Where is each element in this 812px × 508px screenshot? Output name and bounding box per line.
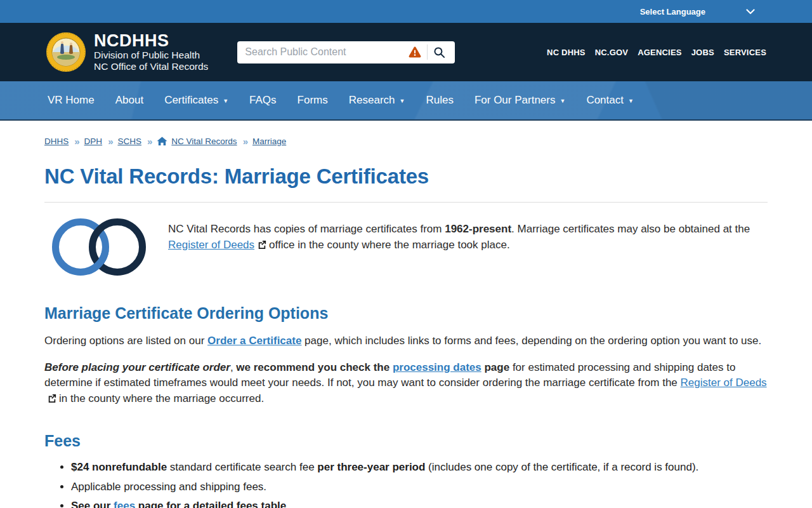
page-title: NC Vital Records: Marriage Certificates [44, 164, 768, 189]
text-segment: Applicable processing and shipping fees. [71, 481, 266, 493]
text-segment: (includes one copy of the certificate, i… [425, 461, 698, 473]
fees-heading: Fees [44, 432, 768, 450]
ordering-options-heading: Marriage Certificate Ordering Options [44, 304, 768, 323]
text-segment: standard certificate search fee [167, 461, 317, 473]
link-nc-dhhs[interactable]: NC DHHS [547, 48, 586, 57]
text-link[interactable]: processing dates [393, 361, 481, 373]
search-box [237, 41, 455, 64]
agency-name: NCDHHS [94, 32, 208, 50]
text-segment: , [230, 361, 236, 373]
intro-section: NC Vital Records has copies of marriage … [44, 217, 768, 277]
nav-vr-home[interactable]: VR Home [48, 94, 95, 107]
breadcrumb-separator: » [147, 136, 151, 147]
brand-logo[interactable]: NCDHHS Division of Public Health NC Offi… [46, 32, 208, 72]
breadcrumb-dhhs[interactable]: DHHS [44, 137, 69, 146]
external-link-icon [258, 240, 266, 249]
fees-list-item: See our fees page for a detailed fees ta… [71, 498, 768, 508]
text-link[interactable]: fees [114, 500, 135, 508]
text-segment: we recommend you check the [236, 361, 393, 373]
text-segment: 1962-present [445, 223, 511, 235]
breadcrumb-marriage[interactable]: Marriage [252, 137, 286, 146]
chevron-down-icon[interactable] [746, 9, 755, 15]
nav-forms[interactable]: Forms [298, 94, 328, 107]
main-nav: VR Home About Certificates▼ FAQs Forms R… [0, 81, 812, 121]
language-bar: Select Language [0, 0, 812, 23]
nav-label: Forms [298, 94, 328, 107]
brand-text: NCDHHS Division of Public Health NC Offi… [94, 32, 208, 72]
text-segment: Ordering options are listed on our [44, 335, 207, 347]
nav-about[interactable]: About [115, 94, 143, 107]
text-link[interactable]: Register of Deeds [681, 377, 767, 389]
nav-label: VR Home [48, 94, 95, 107]
nav-rules[interactable]: Rules [426, 94, 453, 107]
title-divider [44, 202, 768, 203]
link-jobs[interactable]: JOBS [691, 48, 714, 57]
warning-icon[interactable] [403, 46, 427, 58]
search-input[interactable] [245, 46, 403, 58]
nav-label: For Our Partners [475, 94, 556, 107]
breadcrumb-schs[interactable]: SCHS [117, 137, 141, 146]
text-segment: page [481, 361, 509, 373]
fees-list-item: Applicable processing and shipping fees. [71, 479, 768, 495]
nav-faqs[interactable]: FAQs [249, 94, 277, 107]
text-link[interactable]: Order a Certificate [207, 335, 301, 347]
text-segment: Before placing your certificate order [44, 361, 230, 373]
breadcrumb: DHHS » DPH » SCHS » NC Vital Records » M… [44, 136, 768, 147]
marriage-rings-icon [51, 217, 147, 277]
search-button[interactable] [428, 46, 451, 58]
text-link[interactable]: Register of Deeds [168, 239, 254, 251]
dropdown-caret-icon: ▼ [628, 98, 634, 104]
nc-state-seal-icon [46, 32, 86, 72]
intro-paragraph: NC Vital Records has copies of marriage … [168, 217, 768, 253]
nav-contact[interactable]: Contact▼ [586, 94, 634, 107]
text-segment: . [286, 500, 289, 508]
nav-label: Contact [586, 94, 624, 107]
nav-label: Research [349, 94, 395, 107]
nav-label: Certificates [164, 94, 218, 107]
search-icon [433, 46, 445, 58]
nav-label: About [115, 94, 143, 107]
dropdown-caret-icon: ▼ [223, 98, 228, 104]
link-nc-gov[interactable]: NC.GOV [595, 48, 628, 57]
fees-list-item: $24 nonrefundable standard certificate s… [71, 460, 768, 475]
fees-list: $24 nonrefundable standard certificate s… [44, 460, 768, 508]
ordering-paragraph-2: Before placing your certificate order, w… [44, 360, 768, 407]
text-segment: page for a detailed fees table [135, 500, 286, 508]
breadcrumb-separator: » [108, 136, 112, 147]
ordering-paragraph-1: Ordering options are listed on our Order… [44, 333, 768, 349]
office-name: NC Office of Vital Records [94, 61, 208, 72]
nav-for-our-partners[interactable]: For Our Partners▼ [475, 94, 565, 107]
main-content: DHHS » DPH » SCHS » NC Vital Records » M… [0, 121, 812, 508]
breadcrumb-separator: » [74, 136, 78, 147]
breadcrumb-separator: » [243, 136, 247, 147]
breadcrumb-nc-vital-records[interactable]: NC Vital Records [171, 137, 237, 146]
division-name: Division of Public Health [94, 50, 208, 61]
link-services[interactable]: SERVICES [724, 48, 766, 57]
select-language-label[interactable]: Select Language [640, 7, 705, 17]
text-segment: office in the county where the marriage … [269, 239, 510, 251]
nav-research[interactable]: Research▼ [349, 94, 405, 107]
text-segment: NC Vital Records has copies of marriage … [168, 223, 445, 235]
dropdown-caret-icon: ▼ [400, 98, 405, 104]
nav-label: Rules [426, 94, 453, 107]
nav-certificates[interactable]: Certificates▼ [164, 94, 228, 107]
link-agencies[interactable]: AGENCIES [638, 48, 682, 57]
text-segment: in the county where the marriage occurre… [59, 392, 264, 404]
dropdown-caret-icon: ▼ [560, 98, 565, 104]
text-segment: page, which includes links to forms and … [301, 335, 761, 347]
external-link-icon [48, 394, 56, 403]
text-segment: per three-year period [317, 461, 425, 473]
nav-label: FAQs [249, 94, 277, 107]
text-segment: See our [71, 500, 114, 508]
header-quick-links: NC DHHS NC.GOV AGENCIES JOBS SERVICES [547, 48, 766, 57]
text-segment: . Marriage certificates may also be obta… [511, 223, 750, 235]
site-header: NCDHHS Division of Public Health NC Offi… [0, 23, 812, 81]
breadcrumb-dph[interactable]: DPH [84, 137, 103, 146]
text-segment: $24 nonrefundable [71, 461, 167, 473]
home-icon[interactable] [157, 137, 167, 146]
